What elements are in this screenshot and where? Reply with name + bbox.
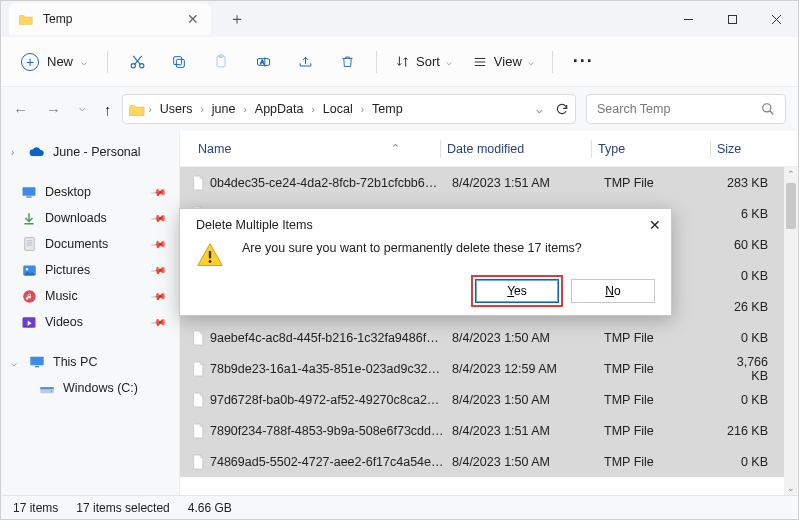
file-row[interactable]: 74869ad5-5502-4727-aee2-6f17c4a54e74...8… — [180, 446, 798, 477]
file-date: 8/4/2023 12:59 AM — [452, 362, 604, 376]
back-button[interactable]: ← — [13, 101, 28, 118]
sidebar-item-videos[interactable]: Videos📌 — [1, 309, 179, 335]
search-input[interactable]: Search Temp — [586, 94, 786, 124]
recent-button[interactable]: ⌵ — [79, 101, 86, 118]
scroll-down-icon[interactable]: ⌄ — [787, 481, 795, 495]
breadcrumb[interactable]: Temp — [368, 102, 407, 116]
search-placeholder: Search Temp — [597, 102, 670, 116]
divider — [376, 51, 377, 73]
sort-button[interactable]: Sort ⌵ — [387, 54, 460, 69]
svg-rect-31 — [35, 366, 39, 367]
sidebar-item-thispc[interactable]: ⌵ This PC — [1, 349, 179, 375]
sidebar-item-label: Pictures — [45, 263, 90, 277]
up-button[interactable]: ↑ — [104, 101, 112, 118]
navigation-row: ← → ⌵ ↑ › Users› june› AppData› Local› T… — [1, 87, 798, 131]
svg-rect-9 — [174, 56, 182, 64]
breadcrumb[interactable]: AppData — [251, 102, 308, 116]
view-icon — [472, 55, 488, 69]
sidebar-item-label: June - Personal — [53, 145, 141, 159]
minimize-button[interactable] — [666, 1, 710, 37]
pin-icon: 📌 — [151, 236, 167, 252]
warning-icon — [196, 241, 224, 269]
column-name[interactable]: Name⌃ — [192, 142, 440, 156]
sidebar-item-label: Videos — [45, 315, 83, 329]
tab-close-icon[interactable]: ✕ — [187, 11, 199, 27]
dialog-close-icon[interactable]: ✕ — [649, 217, 661, 233]
file-type: TMP File — [604, 331, 724, 345]
sidebar-item-pictures[interactable]: Pictures📌 — [1, 257, 179, 283]
file-icon — [192, 361, 205, 377]
file-row[interactable]: 97d6728f-ba0b-4972-af52-49270c8ca2b8...8… — [180, 384, 798, 415]
dialog-yes-button[interactable]: Yes — [475, 279, 559, 303]
close-button[interactable] — [754, 1, 798, 37]
downloads-icon — [21, 210, 37, 226]
dialog-no-button[interactable]: No — [571, 279, 655, 303]
search-icon — [761, 102, 775, 116]
breadcrumb[interactable]: Users — [156, 102, 197, 116]
more-button[interactable]: ··· — [563, 51, 604, 72]
file-type: TMP File — [604, 455, 724, 469]
svg-point-34 — [51, 390, 52, 391]
breadcrumb[interactable]: june — [208, 102, 240, 116]
svg-text:A: A — [260, 59, 264, 65]
sidebar-item-drive[interactable]: Windows (C:) — [1, 375, 179, 401]
sidebar-item-downloads[interactable]: Downloads📌 — [1, 205, 179, 231]
breadcrumb[interactable]: Local — [319, 102, 357, 116]
refresh-icon[interactable] — [555, 102, 569, 116]
svg-rect-20 — [23, 187, 36, 195]
sidebar-item-onedrive[interactable]: › June - Personal — [1, 139, 179, 165]
svg-line-19 — [770, 111, 774, 115]
file-date: 8/4/2023 1:51 AM — [452, 176, 604, 190]
file-row[interactable]: 0b4dec35-ce24-4da2-8fcb-72b1cfcbb657...8… — [180, 167, 798, 198]
delete-dialog: Delete Multiple Items ✕ Are you sure you… — [179, 208, 672, 316]
plus-icon: + — [21, 53, 39, 71]
forward-button[interactable]: → — [46, 101, 61, 118]
file-row[interactable]: 7890f234-788f-4853-9b9a-508e6f73cdde.t..… — [180, 415, 798, 446]
file-date: 8/4/2023 1:50 AM — [452, 331, 604, 345]
chevron-down-icon: ⌵ — [81, 56, 87, 67]
address-bar[interactable]: › Users› june› AppData› Local› Temp ⌵ — [122, 94, 577, 124]
sidebar-item-documents[interactable]: Documents📌 — [1, 231, 179, 257]
file-name: 9aebef4c-ac8d-445f-b216-1c32fa9486f9.t..… — [210, 331, 452, 345]
paste-button[interactable] — [202, 44, 240, 80]
delete-button[interactable] — [328, 44, 366, 80]
rename-button[interactable]: A — [244, 44, 282, 80]
sort-label: Sort — [416, 54, 440, 69]
scroll-up-icon[interactable]: ⌃ — [787, 167, 795, 181]
column-type[interactable]: Type — [592, 142, 710, 156]
column-date[interactable]: Date modified — [441, 142, 591, 156]
vertical-scrollbar[interactable]: ⌃ ⌄ — [784, 167, 798, 495]
svg-point-36 — [209, 260, 212, 263]
pc-icon — [29, 354, 45, 370]
new-button[interactable]: + New ⌵ — [11, 45, 97, 79]
music-icon — [21, 288, 37, 304]
chevron-right-icon: › — [149, 104, 152, 115]
svg-line-6 — [134, 56, 141, 65]
window-tab[interactable]: Temp ✕ — [9, 3, 211, 35]
sidebar-item-label: Desktop — [45, 185, 91, 199]
file-row[interactable]: 78b9de23-16a1-4a35-851e-023ad9c32e6f...8… — [180, 353, 798, 384]
svg-rect-1 — [728, 15, 736, 23]
chevron-down-icon[interactable]: ⌵ — [536, 103, 543, 116]
column-size[interactable]: Size — [711, 142, 798, 156]
pin-icon: 📌 — [151, 184, 167, 200]
view-button[interactable]: View ⌵ — [464, 54, 542, 69]
share-button[interactable] — [286, 44, 324, 80]
sidebar-item-label: Windows (C:) — [63, 381, 138, 395]
navigation-sidebar: › June - Personal Desktop📌Downloads📌Docu… — [1, 131, 179, 495]
chevron-right-icon: › — [11, 147, 21, 158]
maximize-button[interactable] — [710, 1, 754, 37]
copy-button[interactable] — [160, 44, 198, 80]
sidebar-item-label: Music — [45, 289, 78, 303]
sidebar-item-desktop[interactable]: Desktop📌 — [1, 179, 179, 205]
new-tab-button[interactable]: ＋ — [229, 9, 245, 30]
scroll-thumb[interactable] — [786, 183, 796, 229]
file-type: TMP File — [604, 362, 724, 376]
sidebar-item-music[interactable]: Music📌 — [1, 283, 179, 309]
cut-button[interactable] — [118, 44, 156, 80]
desktop-icon — [21, 184, 37, 200]
file-row[interactable]: 9aebef4c-ac8d-445f-b216-1c32fa9486f9.t..… — [180, 322, 798, 353]
file-name: 74869ad5-5502-4727-aee2-6f17c4a54e74... — [210, 455, 452, 469]
tab-title: Temp — [43, 12, 72, 26]
file-icon — [192, 392, 205, 408]
